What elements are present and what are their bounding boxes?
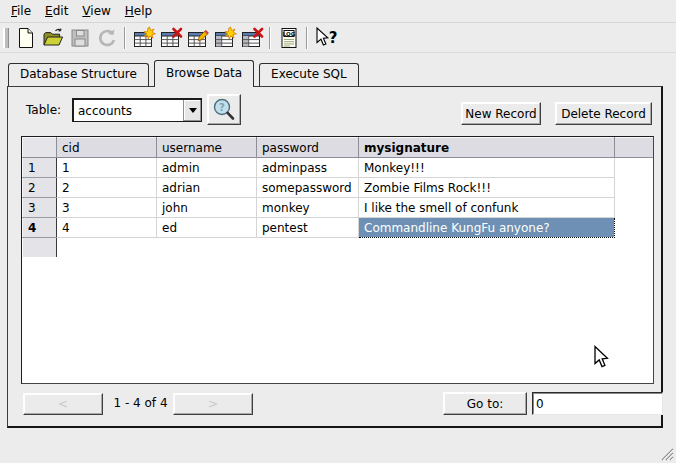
svg-text:?: ? (219, 101, 225, 112)
create-index-icon (213, 26, 237, 50)
toolbar-separator (269, 27, 271, 49)
row-header[interactable]: 4 (23, 218, 57, 238)
cell-username[interactable]: admin (157, 158, 257, 178)
chevron-down-icon (189, 108, 197, 113)
modify-table-button[interactable] (184, 25, 211, 51)
cell-cid[interactable]: 3 (57, 198, 157, 218)
table-row: 4 4 ed pentest Commandline KungFu anyone… (23, 218, 654, 238)
cell-mysignature-selected[interactable]: Commandline KungFu anyone? (359, 218, 615, 238)
cell-username[interactable]: ed (157, 218, 257, 238)
table-label: Table: (26, 103, 61, 117)
log-icon: LOG (277, 26, 301, 50)
row-header[interactable]: 3 (23, 198, 57, 218)
column-header-mysignature[interactable]: mysignature (359, 138, 615, 158)
create-table-button[interactable] (130, 25, 157, 51)
table-row: 3 3 john monkey I like the smell of conf… (23, 198, 654, 218)
menu-file[interactable]: File (4, 2, 38, 20)
row-header[interactable]: 2 (23, 178, 57, 198)
resize-grip[interactable] (659, 446, 674, 461)
new-record-button[interactable]: New Record (461, 102, 541, 125)
menu-view[interactable]: View (75, 2, 117, 20)
modify-table-icon (186, 26, 210, 50)
new-database-icon (14, 26, 38, 50)
grid-header-row: cid username password mysignature (23, 138, 654, 158)
tab-browse-data[interactable]: Browse Data (154, 60, 254, 87)
magnifier-icon: ? (210, 96, 238, 124)
goto-record-input[interactable] (532, 392, 663, 415)
delete-index-button[interactable] (238, 25, 265, 51)
toolbar-separator (124, 27, 126, 49)
next-page-button[interactable]: > (173, 393, 253, 415)
new-database-button[interactable] (12, 25, 39, 51)
table-row: 2 2 adrian somepassword Zombie Films Roc… (23, 178, 654, 198)
prev-page-button[interactable]: < (23, 393, 103, 415)
table-select-dropdown-button[interactable] (183, 100, 201, 121)
grid-filler-row (23, 238, 654, 258)
delete-table-icon (159, 26, 183, 50)
whats-this-button[interactable]: ? (312, 25, 339, 51)
svg-text:?: ? (328, 29, 337, 47)
table-row: 1 1 admin adminpass Monkey!!! (23, 158, 654, 178)
delete-table-button[interactable] (157, 25, 184, 51)
revert-changes-button[interactable] (93, 25, 120, 51)
tab-bar: Database Structure Browse Data Execute S… (8, 60, 364, 87)
search-button[interactable]: ? (207, 94, 241, 125)
open-database-button[interactable] (39, 25, 66, 51)
table-select[interactable]: accounts (72, 98, 202, 122)
create-table-icon (132, 26, 156, 50)
menu-bar: File Edit View Help (0, 0, 676, 22)
data-grid: cid username password mysignature 1 1 ad… (21, 136, 654, 384)
toolbar-separator (306, 27, 308, 49)
save-database-button[interactable] (66, 25, 93, 51)
cell-mysignature[interactable]: I like the smell of confunk (359, 198, 615, 218)
column-header-username[interactable]: username (157, 138, 257, 158)
cell-cid[interactable]: 1 (57, 158, 157, 178)
revert-changes-icon (95, 26, 119, 50)
table-select-value: accounts (74, 104, 183, 118)
grid-corner-cell[interactable] (23, 138, 57, 158)
cell-cid[interactable]: 2 (57, 178, 157, 198)
open-database-icon (41, 26, 65, 50)
create-index-button[interactable] (211, 25, 238, 51)
cell-username[interactable]: john (157, 198, 257, 218)
cell-password[interactable]: somepassword (257, 178, 359, 198)
cell-password[interactable]: adminpass (257, 158, 359, 178)
delete-index-icon (240, 26, 264, 50)
column-header-cid[interactable]: cid (57, 138, 157, 158)
goto-button[interactable]: Go to: (443, 392, 527, 415)
cell-cid[interactable]: 4 (57, 218, 157, 238)
column-header-password[interactable]: password (257, 138, 359, 158)
cell-password[interactable]: monkey (257, 198, 359, 218)
cell-username[interactable]: adrian (157, 178, 257, 198)
browse-data-pane: Table: accounts ? New Record Delete Reco… (7, 86, 663, 428)
cell-mysignature[interactable]: Zombie Films Rock!!! (359, 178, 615, 198)
save-database-icon (68, 26, 92, 50)
whats-this-icon: ? (313, 26, 339, 50)
column-header-filler (615, 138, 654, 158)
cell-password[interactable]: pentest (257, 218, 359, 238)
tab-database-structure[interactable]: Database Structure (8, 63, 149, 86)
tab-execute-sql[interactable]: Execute SQL (259, 63, 359, 86)
status-bar (0, 430, 676, 463)
row-header[interactable]: 1 (23, 158, 57, 178)
toolbar-drag-handle[interactable] (3, 28, 9, 48)
cell-mysignature[interactable]: Monkey!!! (359, 158, 615, 178)
menu-edit[interactable]: Edit (38, 2, 75, 20)
svg-text:LOG: LOG (282, 30, 295, 36)
toolbar: LOG ? (0, 22, 676, 53)
log-button[interactable]: LOG (275, 25, 302, 51)
app-window: File Edit View Help (0, 0, 676, 463)
menu-help[interactable]: Help (118, 2, 159, 20)
delete-record-button[interactable]: Delete Record (555, 102, 652, 125)
record-range-label: 1 - 4 of 4 (103, 396, 178, 410)
